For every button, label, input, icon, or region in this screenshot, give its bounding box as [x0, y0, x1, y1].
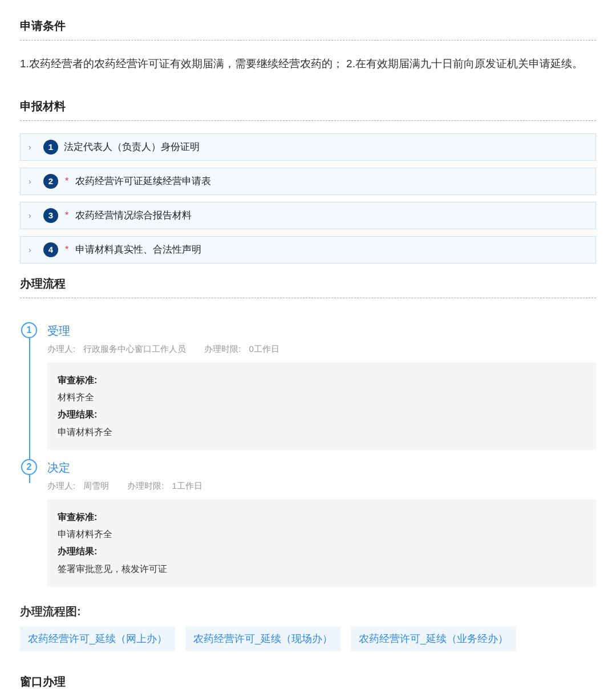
material-label: 法定代表人（负责人）身份证明 [64, 140, 200, 155]
section-heading-window: 窗口办理 [20, 673, 596, 690]
material-number-badge: 1 [43, 140, 58, 155]
step-meta: 办理人:行政服务中心窗口工作人员 办理时限:0工作日 [47, 343, 596, 356]
material-number-badge: 4 [43, 242, 58, 257]
process-step: 2 决定 办理人:周雪明 办理时限:1工作日 审查标准: 申请材料齐全 办理结果… [20, 459, 596, 587]
step-title: 决定 [47, 459, 596, 476]
required-star-icon: * [65, 243, 68, 257]
flowchart-link-onsite[interactable]: 农药经营许可_延续（现场办） [185, 627, 341, 651]
required-star-icon: * [65, 174, 68, 188]
divider [20, 298, 596, 298]
process-step: 1 受理 办理人:行政服务中心窗口工作人员 办理时限:0工作日 审查标准: 材料… [20, 322, 596, 450]
conditions-text: 1.农药经营者的农药经营许可证有效期届满，需要继续经营农药的； 2.在有效期届满… [20, 53, 596, 75]
material-item[interactable]: › 4 * 申请材料真实性、合法性声明 [20, 236, 596, 263]
section-heading-process: 办理流程 [20, 275, 596, 292]
material-number-badge: 2 [43, 174, 58, 189]
required-star-icon: * [65, 209, 68, 222]
chevron-right-icon: › [29, 141, 38, 153]
section-heading-flowchart: 办理流程图: [20, 603, 596, 620]
material-number-badge: 3 [43, 208, 58, 223]
step-detail-box: 审查标准: 申请材料齐全 办理结果: 签署审批意见，核发许可证 [47, 500, 596, 587]
divider [20, 40, 596, 40]
material-label: 农药经营许可证延续经营申请表 [75, 174, 211, 189]
material-item[interactable]: › 2 * 农药经营许可证延续经营申请表 [20, 168, 596, 195]
step-detail-box: 审查标准: 材料齐全 办理结果: 申请材料齐全 [47, 363, 596, 451]
material-item[interactable]: › 3 * 农药经营情况综合报告材料 [20, 202, 596, 229]
chevron-right-icon: › [29, 210, 38, 222]
material-label: 农药经营情况综合报告材料 [75, 208, 192, 223]
flowchart-link-online[interactable]: 农药经营许可_延续（网上办） [20, 627, 175, 651]
step-number-badge: 1 [21, 322, 37, 338]
flowchart-link-agent[interactable]: 农药经营许可_延续（业务经办） [351, 627, 516, 651]
step-meta: 办理人:周雪明 办理时限:1工作日 [47, 480, 596, 493]
section-heading-conditions: 申请条件 [20, 17, 596, 34]
chevron-right-icon: › [29, 176, 38, 188]
material-label: 申请材料真实性、合法性声明 [75, 242, 201, 257]
chevron-right-icon: › [29, 244, 38, 256]
divider [20, 120, 596, 121]
material-item[interactable]: › 1 法定代表人（负责人）身份证明 [20, 133, 596, 161]
section-heading-materials: 申报材料 [20, 98, 596, 115]
step-title: 受理 [47, 322, 596, 339]
step-number-badge: 2 [21, 459, 37, 475]
